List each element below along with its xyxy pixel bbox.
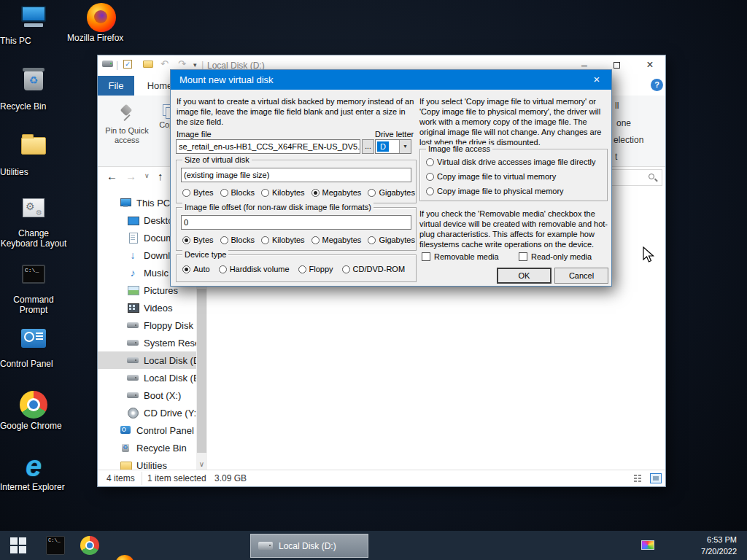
nav-item-recycle-bin[interactable]: Recycle Bin xyxy=(98,439,196,456)
access-group-title: Image file access xyxy=(426,144,492,153)
ribbon-partial-select-all[interactable]: ll xyxy=(615,101,619,111)
nav-item-boot-x[interactable]: Boot (X:) xyxy=(98,386,196,404)
taskbar-clock[interactable]: 6:53 PM 7/20/2022 xyxy=(701,534,737,557)
taskbar-firefox-icon[interactable] xyxy=(115,555,134,560)
radio-device-harddisk[interactable]: Harddisk volume xyxy=(219,265,290,273)
dialog-title[interactable]: Mount new virtual disk xyxy=(171,70,611,90)
radio-access-direct[interactable]: Virtual disk drive accesses image file d… xyxy=(426,158,595,166)
image-file-input[interactable]: se_retail_en-us-HB1_CCS_X64FRE_EN-US_DV5… xyxy=(176,139,360,154)
desktop-icon-label: Internet Explorer xyxy=(0,482,65,492)
display-color-icon[interactable] xyxy=(641,540,654,550)
ribbon-partial-select-none[interactable]: one xyxy=(616,118,631,128)
radio-size-kilobytes[interactable]: Kilobytes xyxy=(261,188,305,197)
desktop-icon-firefox[interactable]: Mozilla Firefox xyxy=(67,3,134,31)
undo-icon[interactable]: ↶ xyxy=(160,59,169,69)
nav-item-local-disk-d[interactable]: Local Disk (D:) xyxy=(98,351,196,369)
control-panel-icon xyxy=(20,329,47,357)
cancel-button[interactable]: Cancel xyxy=(554,268,608,284)
firefox-icon xyxy=(87,3,115,31)
nav-item-control-panel[interactable]: Control Panel xyxy=(98,421,196,439)
desktop-icon-google-chrome[interactable]: Google Chrome xyxy=(0,389,67,419)
taskbar-app-local-disk-d[interactable]: Local Disk (D:) xyxy=(250,534,368,558)
size-group: Size of virtual disk (existing image fil… xyxy=(176,160,417,203)
radio-offset-bytes[interactable]: Bytes xyxy=(182,236,214,244)
desktop-icon-utilities[interactable]: Utilities xyxy=(0,131,67,165)
properties-icon[interactable]: ✓ xyxy=(123,60,132,69)
redo-icon[interactable]: ↷ xyxy=(178,59,186,69)
drive-icon xyxy=(127,337,139,349)
start-button[interactable] xyxy=(9,536,28,555)
new-folder-icon[interactable] xyxy=(143,61,153,68)
desktop-icon-control-panel[interactable]: Control Panel xyxy=(0,325,67,357)
scrollbar-thumb[interactable] xyxy=(197,289,206,453)
radio-size-gigabytes[interactable]: Gigabytes xyxy=(368,188,415,197)
combo-arrow-icon[interactable]: ▼ xyxy=(399,140,411,153)
nav-item-local-disk-e[interactable]: Local Disk (E:) xyxy=(98,369,196,386)
radio-offset-megabytes[interactable]: Megabytes xyxy=(311,236,362,244)
radio-access-virtual-memory[interactable]: Copy image file to virtual memory xyxy=(426,172,556,181)
radio-size-blocks[interactable]: Blocks xyxy=(220,188,255,197)
separator: | xyxy=(201,59,204,70)
status-bar: 4 items 1 item selected 3.09 GB xyxy=(98,470,665,486)
drive-icon xyxy=(127,319,139,331)
scroll-down-icon[interactable]: ∨ xyxy=(196,460,207,468)
nav-item-system-reserved[interactable]: System Reserve xyxy=(98,334,196,351)
desktop-icon-change-keyboard-layout[interactable]: ⚙⚙ Change Keyboard Layout xyxy=(0,195,67,226)
help-icon[interactable]: ? xyxy=(651,79,663,91)
ok-button[interactable]: OK xyxy=(497,268,551,284)
nav-item-videos[interactable]: Videos xyxy=(98,299,196,316)
desktop-icon-command-prompt[interactable]: C:\_ Command Prompt xyxy=(0,261,67,292)
radio-access-physical-memory[interactable]: Copy image file to physical memory xyxy=(426,187,564,195)
radio-offset-gigabytes[interactable]: Gigabytes xyxy=(368,236,415,244)
radio-size-megabytes[interactable]: Megabytes xyxy=(311,188,362,197)
back-icon[interactable]: ← xyxy=(107,170,117,182)
recent-locations-icon[interactable]: ∨ xyxy=(144,172,150,179)
desktop-icon-recycle-bin[interactable]: ♻ Recycle Bin xyxy=(0,67,67,99)
details-view-icon[interactable] xyxy=(632,473,644,483)
cd-drive-icon xyxy=(127,407,139,419)
desktop-icon-this-pc[interactable]: This PC xyxy=(0,4,67,34)
readonly-media-checkbox[interactable]: Read-only media xyxy=(519,252,592,261)
download-icon: ↓ xyxy=(127,249,139,261)
taskbar-chrome-icon[interactable] xyxy=(80,536,99,555)
ribbon-partial-invert-selection[interactable]: election xyxy=(614,135,643,145)
keyboard-layout-icon: ⚙⚙ xyxy=(20,198,47,226)
radio-size-bytes[interactable]: Bytes xyxy=(182,188,214,197)
mount-virtual-disk-dialog: Mount new virtual disk × If you want to … xyxy=(170,69,612,287)
this-pc-icon xyxy=(20,6,47,34)
close-button[interactable]: × xyxy=(638,55,662,76)
forward-icon[interactable]: → xyxy=(125,170,136,182)
browse-button[interactable]: ... xyxy=(362,139,374,154)
large-icons-view-icon[interactable] xyxy=(650,473,662,483)
radio-offset-kilobytes[interactable]: Kilobytes xyxy=(261,236,305,244)
pin-to-quick-access-button[interactable]: Pin to Quick access xyxy=(101,104,153,145)
desktop-icon-label: Google Chrome xyxy=(0,421,62,431)
up-icon[interactable]: ↑ xyxy=(158,170,163,182)
offset-input[interactable]: 0 xyxy=(181,215,411,230)
radio-offset-blocks[interactable]: Blocks xyxy=(220,236,255,244)
removable-media-checkbox[interactable]: Removable media xyxy=(422,252,499,261)
drive-letter-combo[interactable]: D ▼ xyxy=(375,139,411,154)
radio-device-cdrom[interactable]: CD/DVD-ROM xyxy=(342,265,406,273)
drive-icon xyxy=(127,372,139,384)
checkbox-icon xyxy=(422,252,430,261)
radio-device-auto[interactable]: Auto xyxy=(182,265,210,273)
document-icon xyxy=(127,232,139,244)
radio-device-floppy[interactable]: Floppy xyxy=(298,265,333,273)
size-input[interactable]: (existing image file size) xyxy=(181,168,411,182)
tab-file[interactable]: File xyxy=(98,76,134,96)
music-icon: ♪ xyxy=(127,267,139,279)
nav-item-cd-drive-y[interactable]: CD Drive (Y:) H xyxy=(98,404,196,421)
desktop-icon-label: Control Panel xyxy=(0,359,53,369)
image-file-label: Image file xyxy=(177,130,212,139)
nav-item-floppy-drive[interactable]: Floppy Disk Dri xyxy=(98,316,196,334)
desktop-icon-label: Change Keyboard Layout xyxy=(0,228,67,249)
desktop-icon-internet-explorer[interactable]: e Internet Explorer xyxy=(0,452,67,480)
drive-icon xyxy=(127,389,139,401)
taskbar-command-prompt-icon[interactable]: C:\_ xyxy=(46,536,65,555)
pushpin-icon xyxy=(119,104,135,123)
qat-customize-icon[interactable]: ▾ xyxy=(193,61,197,69)
dialog-close-icon[interactable]: × xyxy=(582,70,611,90)
pin-label: Pin to Quick access xyxy=(101,126,153,145)
drive-icon xyxy=(127,354,139,366)
